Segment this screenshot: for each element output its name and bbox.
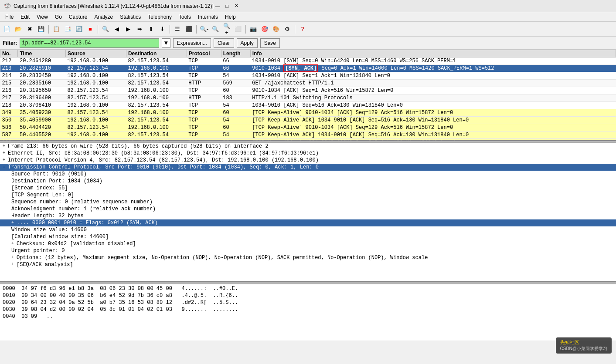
- detail-row[interactable]: Source Port: 9010 (9010): [0, 171, 616, 178]
- detail-row[interactable]: [Stream index: 55]: [0, 185, 616, 192]
- toolbar-fwd-btn[interactable]: ▶: [123, 24, 133, 34]
- detail-row[interactable]: + Checksum: 0x04d2 [validation disabled]: [0, 240, 616, 247]
- toolbar-close-btn[interactable]: ✖: [24, 24, 35, 34]
- table-row[interactable]: 21220.2461280192.168.0.10082.157.123.54T…: [0, 57, 616, 65]
- table-row[interactable]: 21320.282891082.157.123.54192.168.0.100T…: [0, 65, 616, 72]
- detail-text: Ethernet II, Src: b8:3a:08:06:23:30 (b8:…: [8, 150, 319, 156]
- detail-row[interactable]: + [SEQ/ACK analysis]: [0, 261, 616, 268]
- watermark-line1: CSDN@小菜同学爱学习: [560, 346, 608, 352]
- menu-item-analyze[interactable]: Analyze: [91, 12, 117, 21]
- expand-icon: +: [3, 151, 5, 155]
- hex-row: 0040 03 09 ..: [3, 313, 613, 320]
- syn-ack-badge: [SYN, ACK]: [283, 64, 318, 72]
- packet-details: + Frame 213: 66 bytes on wire (528 bits)…: [0, 143, 616, 282]
- title-bar: 🦈 Capturing from 8 interfaces [Wireshark…: [0, 0, 616, 12]
- detail-row[interactable]: Urgent pointer: 0: [0, 247, 616, 254]
- expand-icon: +: [11, 255, 14, 260]
- menu-item-tools[interactable]: Tools: [175, 12, 194, 21]
- expand-icon: +: [11, 220, 14, 225]
- toolbar-cap-options-btn[interactable]: 📷: [248, 24, 259, 34]
- toolbar-zoom-in-btn[interactable]: 🔍+: [221, 24, 232, 34]
- detail-row[interactable]: + Frame 213: 66 bytes on wire (528 bits)…: [0, 143, 616, 150]
- menu-item-help[interactable]: Help: [221, 12, 239, 21]
- toolbar-new-btn[interactable]: 📄: [2, 24, 12, 34]
- detail-row[interactable]: [TCP Segment Len: 0]: [0, 192, 616, 199]
- toolbar-preferences-btn[interactable]: ⚙: [282, 24, 293, 34]
- menu-item-capture[interactable]: Capture: [65, 12, 91, 21]
- menu-item-internals[interactable]: Internals: [194, 12, 221, 21]
- toolbar-back-btn[interactable]: ◀: [112, 24, 122, 34]
- table-row[interactable]: 21820.3708410192.168.0.10082.157.123.54T…: [0, 102, 616, 109]
- menu-item-edit[interactable]: Edit: [17, 12, 33, 21]
- detail-text: Acknowledgment number: 1 (relative ack n…: [11, 206, 156, 212]
- save-filter-button[interactable]: Save: [260, 38, 280, 48]
- expand-icon: +: [3, 144, 5, 148]
- detail-text: Transmission Control Protocol, Src Port:…: [8, 164, 319, 170]
- toolbar-zoom-normal-btn[interactable]: 🔍: [210, 24, 221, 34]
- col-source: Source: [65, 50, 126, 57]
- detail-row[interactable]: + Internet Protocol Version 4, Src: 82.1…: [0, 157, 616, 164]
- toolbar-stop-btn[interactable]: ■: [85, 24, 95, 34]
- detail-row[interactable]: + Ethernet II, Src: b8:3a:08:06:23:30 (b…: [0, 150, 616, 157]
- toolbar-save-btn[interactable]: 💾: [36, 24, 46, 34]
- menu-item-go[interactable]: Go: [51, 12, 65, 21]
- table-row[interactable]: 58650.440442082.157.123.54192.168.0.100T…: [0, 124, 616, 131]
- packet-table: No. Time Source Destination Protocol Len…: [0, 50, 616, 141]
- detail-text: Urgent pointer: 0: [11, 248, 65, 254]
- table-row[interactable]: 34935.405923082.157.123.54192.168.0.100T…: [0, 109, 616, 117]
- filter-dropdown-btn[interactable]: ▼: [162, 38, 170, 48]
- menu-item-telephony[interactable]: Telephony: [144, 12, 175, 21]
- table-row[interactable]: 21720.319649082.157.123.54192.168.0.100H…: [0, 94, 616, 102]
- detail-row[interactable]: Sequence number: 0 (relative sequence nu…: [0, 199, 616, 206]
- packet-list: No. Time Source Destination Protocol Len…: [0, 50, 616, 141]
- expression-button[interactable]: Expression...: [173, 38, 211, 48]
- detail-text: Sequence number: 0 (relative sequence nu…: [11, 199, 153, 205]
- toolbar-cap-filter-btn[interactable]: 🎯: [259, 24, 270, 34]
- toolbar-hex-btn[interactable]: ⬛: [184, 24, 194, 34]
- table-row[interactable]: 21520.2835160192.168.0.10082.157.123.54H…: [0, 80, 616, 87]
- detail-row[interactable]: Acknowledgment number: 1 (relative ack n…: [0, 206, 616, 212]
- toolbar-reload-btn[interactable]: 🔄: [74, 24, 84, 34]
- toolbar-sep-5: [245, 25, 246, 34]
- filter-bar: Filter: ▼ Expression... Clear Apply Save: [0, 37, 616, 50]
- toolbar-sep-6: [295, 25, 295, 34]
- close-button[interactable]: ✕: [233, 2, 241, 10]
- detail-row[interactable]: Header Length: 32 bytes: [0, 212, 616, 219]
- toolbar-top-btn[interactable]: ⬆: [146, 24, 156, 34]
- filter-input[interactable]: [20, 38, 159, 48]
- toolbar-bottom-btn[interactable]: ⬇: [157, 24, 167, 34]
- apply-filter-button[interactable]: Apply: [237, 38, 258, 48]
- detail-row[interactable]: – Transmission Control Protocol, Src Por…: [0, 164, 616, 171]
- detail-text: Header Length: 32 bytes: [11, 213, 84, 219]
- detail-row[interactable]: Destination Port: 1034 (1034): [0, 178, 616, 185]
- clear-filter-button[interactable]: Clear: [214, 38, 234, 48]
- table-row[interactable]: 58750.4405520192.168.0.10082.157.123.54T…: [0, 131, 616, 139]
- toolbar-help-btn[interactable]: ?: [297, 24, 308, 34]
- detail-text: Frame 213: 66 bytes on wire (528 bits), …: [8, 143, 269, 149]
- menu-item-view[interactable]: View: [33, 12, 51, 21]
- toolbar-find-btn[interactable]: 🔍: [100, 24, 111, 34]
- expand-icon: –: [3, 165, 5, 169]
- detail-text: Options: (12 bytes), Maximum segment siz…: [17, 255, 428, 261]
- toolbar-paste-btn[interactable]: 📑: [62, 24, 73, 34]
- table-row[interactable]: 35035.4059900192.168.0.10082.157.123.54T…: [0, 117, 616, 124]
- table-row[interactable]: 21420.2830450192.168.0.10082.157.123.54T…: [0, 72, 616, 80]
- menu-item-statistics[interactable]: Statistics: [116, 12, 144, 21]
- detail-row[interactable]: [Calculated window size: 14600]: [0, 233, 616, 240]
- detail-row[interactable]: + Options: (12 bytes), Maximum segment s…: [0, 254, 616, 261]
- toolbar-colorize-btn[interactable]: 🎨: [271, 24, 281, 34]
- detail-row[interactable]: Window size value: 14600: [0, 226, 616, 233]
- toolbar-goto-btn[interactable]: ➡: [134, 24, 145, 34]
- toolbar-zoom-out-btn[interactable]: 🔍-: [199, 24, 209, 34]
- col-info: Info: [250, 50, 616, 57]
- maximize-button[interactable]: □: [223, 2, 231, 10]
- toolbar-zoom-full-btn[interactable]: ⬜: [233, 24, 243, 34]
- detail-row[interactable]: + .... 0000 0001 0010 = Flags: 0x012 (SY…: [0, 219, 616, 226]
- toolbar-copy-btn[interactable]: 📋: [51, 24, 61, 34]
- toolbar-details-btn[interactable]: ☰: [172, 24, 183, 34]
- menu-item-file[interactable]: File: [2, 12, 17, 21]
- minimize-button[interactable]: —: [214, 2, 221, 10]
- toolbar-open-btn[interactable]: 📂: [13, 24, 24, 34]
- table-row[interactable]: 21620.319565082.157.123.54192.168.0.100T…: [0, 87, 616, 94]
- detail-text: Internet Protocol Version 4, Src: 82.157…: [8, 157, 319, 163]
